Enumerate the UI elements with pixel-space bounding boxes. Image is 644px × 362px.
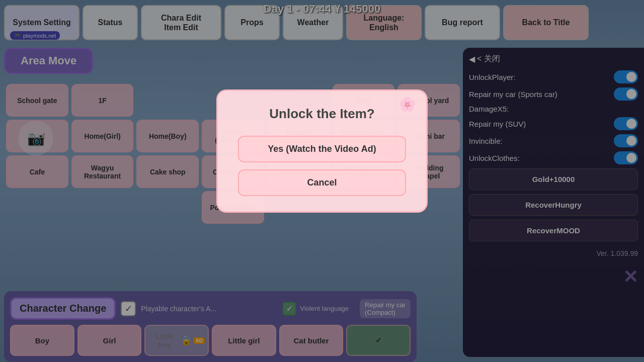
unlock-dialog: 🌸 Unlock the Item? Yes (Watch the Video … xyxy=(216,89,428,213)
unlock-dialog-overlay: 🌸 Unlock the Item? Yes (Watch the Video … xyxy=(0,0,644,362)
dialog-title: Unlock the Item? xyxy=(238,106,406,122)
dialog-yes-button[interactable]: Yes (Watch the Video Ad) xyxy=(238,136,406,162)
dialog-cancel-button[interactable]: Cancel xyxy=(238,169,406,196)
dialog-decoration: 🌸 xyxy=(398,96,416,113)
